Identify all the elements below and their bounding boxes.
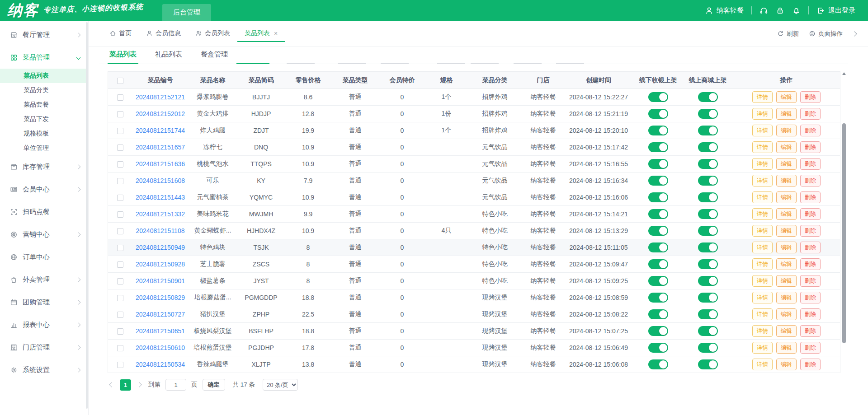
delete-button[interactable]: 删除 xyxy=(800,175,821,187)
online-shelf-toggle[interactable] xyxy=(698,92,718,102)
row-checkbox[interactable] xyxy=(117,261,123,268)
offline-shelf-toggle[interactable] xyxy=(648,242,668,252)
online-shelf-toggle[interactable] xyxy=(698,226,718,236)
row-checkbox[interactable] xyxy=(117,161,123,168)
offline-shelf-toggle[interactable] xyxy=(648,326,668,336)
nav-backoffice-tab[interactable]: 后台管理 xyxy=(162,4,211,21)
dish-id-link[interactable]: 20240812151608 xyxy=(136,177,185,184)
online-shelf-toggle[interactable] xyxy=(698,109,718,119)
offline-shelf-toggle[interactable] xyxy=(648,159,668,169)
filter-input-underline[interactable] xyxy=(236,63,269,64)
offline-shelf-toggle[interactable] xyxy=(648,309,668,319)
edit-button[interactable]: 编辑 xyxy=(776,275,797,287)
sidebar-subitem-dish-list[interactable]: 菜品列表 xyxy=(0,69,88,83)
online-shelf-toggle[interactable] xyxy=(698,309,718,319)
edit-button[interactable]: 编辑 xyxy=(776,91,797,103)
delete-button[interactable]: 删除 xyxy=(800,158,821,170)
dish-id-link[interactable]: 20240812150928 xyxy=(136,261,185,268)
dish-id-link[interactable]: 20240812150651 xyxy=(136,327,185,335)
detail-button[interactable]: 详情 xyxy=(752,275,773,287)
sidebar-scrollbar[interactable] xyxy=(86,22,88,409)
dish-id-link[interactable]: 20240812151636 xyxy=(136,160,185,168)
offline-shelf-toggle[interactable] xyxy=(648,209,668,219)
filter-input-underline[interactable] xyxy=(471,63,499,64)
offline-shelf-toggle[interactable] xyxy=(648,226,668,236)
delete-button[interactable]: 删除 xyxy=(800,125,821,137)
online-shelf-toggle[interactable] xyxy=(698,242,718,252)
dish-id-link[interactable]: 20240812150610 xyxy=(136,344,185,351)
dish-id-link[interactable]: 20240812151744 xyxy=(136,127,185,134)
sidebar-item-report[interactable]: 报表中心 xyxy=(0,313,88,336)
delete-button[interactable]: 删除 xyxy=(800,208,821,220)
headset-icon[interactable] xyxy=(760,6,768,15)
refresh-button[interactable]: 刷新 xyxy=(777,30,799,38)
sidebar-item-dish[interactable]: 菜品管理 xyxy=(0,46,88,69)
delete-button[interactable]: 删除 xyxy=(800,342,821,354)
edit-button[interactable]: 编辑 xyxy=(776,141,797,154)
tab-member-info[interactable]: 会员信息 xyxy=(139,26,188,42)
subtab-mealbox-manage[interactable]: 餐盒管理 xyxy=(199,50,230,64)
tab-member-list[interactable]: 会员列表 xyxy=(188,26,237,42)
delete-button[interactable]: 删除 xyxy=(800,91,821,103)
goto-page-input[interactable] xyxy=(165,379,186,391)
row-checkbox[interactable] xyxy=(117,245,123,251)
edit-button[interactable]: 编辑 xyxy=(776,308,797,321)
chevron-right-icon[interactable] xyxy=(852,31,857,36)
online-shelf-toggle[interactable] xyxy=(698,126,718,135)
sidebar-subitem-dish-combo[interactable]: 菜品套餐 xyxy=(0,98,88,112)
filter-input-underline[interactable] xyxy=(287,63,315,64)
sidebar-item-marketing[interactable]: 营销中心 xyxy=(0,223,88,246)
edit-button[interactable]: 编辑 xyxy=(776,292,797,304)
sidebar-item-takeout[interactable]: 外卖管理 xyxy=(0,268,88,291)
offline-shelf-toggle[interactable] xyxy=(648,176,668,186)
online-shelf-toggle[interactable] xyxy=(698,276,718,286)
delete-button[interactable]: 删除 xyxy=(800,308,821,321)
sidebar-item-order[interactable]: 订单中心 xyxy=(0,246,88,268)
dish-id-link[interactable]: 20240812151443 xyxy=(136,194,185,201)
prev-page-button[interactable] xyxy=(109,382,114,387)
delete-button[interactable]: 删除 xyxy=(800,242,821,254)
online-shelf-toggle[interactable] xyxy=(698,192,718,202)
offline-shelf-toggle[interactable] xyxy=(648,259,668,269)
online-shelf-toggle[interactable] xyxy=(698,259,718,269)
offline-shelf-toggle[interactable] xyxy=(648,359,668,369)
sidebar-item-groupbuy[interactable]: 团购管理 xyxy=(0,291,88,313)
delete-button[interactable]: 删除 xyxy=(800,191,821,204)
delete-button[interactable]: 删除 xyxy=(800,225,821,237)
online-shelf-toggle[interactable] xyxy=(698,159,718,169)
edit-button[interactable]: 编辑 xyxy=(776,325,797,337)
delete-button[interactable]: 删除 xyxy=(800,141,821,154)
row-checkbox[interactable] xyxy=(117,345,123,351)
tab-close-icon[interactable]: × xyxy=(274,30,278,37)
online-shelf-toggle[interactable] xyxy=(698,142,718,152)
offline-shelf-toggle[interactable] xyxy=(648,343,668,353)
online-shelf-toggle[interactable] xyxy=(698,326,718,336)
offline-shelf-toggle[interactable] xyxy=(648,293,668,303)
dish-id-link[interactable]: 20240812150534 xyxy=(136,361,185,368)
sidebar-subitem-dish-category[interactable]: 菜品分类 xyxy=(0,83,88,98)
user-menu[interactable]: 纳客轻餐 xyxy=(705,6,744,15)
row-checkbox[interactable] xyxy=(117,111,123,117)
online-shelf-toggle[interactable] xyxy=(698,176,718,186)
detail-button[interactable]: 详情 xyxy=(752,91,773,103)
dish-id-link[interactable]: 20240812152121 xyxy=(136,93,185,101)
row-checkbox[interactable] xyxy=(117,362,123,368)
sidebar-subitem-dish-dispatch[interactable]: 菜品下发 xyxy=(0,112,88,126)
detail-button[interactable]: 详情 xyxy=(752,225,773,237)
offline-shelf-toggle[interactable] xyxy=(648,92,668,102)
edit-button[interactable]: 编辑 xyxy=(776,225,797,237)
sidebar-item-member[interactable]: 会员中心 xyxy=(0,178,88,201)
filter-input-underline[interactable] xyxy=(437,63,465,64)
online-shelf-toggle[interactable] xyxy=(698,359,718,369)
tab-dish-list[interactable]: 菜品列表× xyxy=(237,26,285,42)
sidebar-item-store[interactable]: 门店管理 xyxy=(0,336,88,359)
edit-button[interactable]: 编辑 xyxy=(776,108,797,120)
sidebar-subitem-spec-template[interactable]: 规格模板 xyxy=(0,126,88,141)
detail-button[interactable]: 详情 xyxy=(752,325,773,337)
detail-button[interactable]: 详情 xyxy=(752,158,773,170)
row-checkbox[interactable] xyxy=(117,128,123,134)
detail-button[interactable]: 详情 xyxy=(752,208,773,220)
offline-shelf-toggle[interactable] xyxy=(648,109,668,119)
dish-id-link[interactable]: 20240812152012 xyxy=(136,110,185,117)
offline-shelf-toggle[interactable] xyxy=(648,126,668,135)
